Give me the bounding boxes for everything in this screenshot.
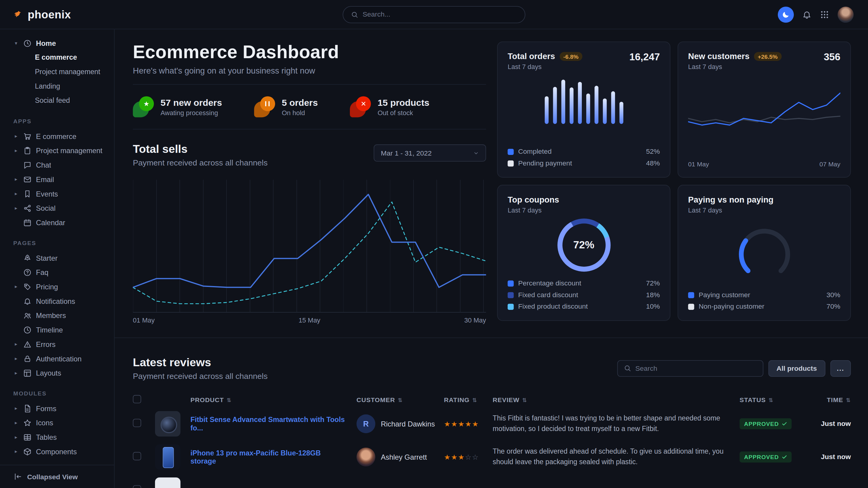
reviews-search[interactable]: [617, 360, 763, 377]
sidebar-item-authentication[interactable]: ▸ Authentication: [0, 352, 114, 366]
phoenix-dashboard: phoenix ▾ Home E commerce: [0, 0, 868, 488]
customer-name: Richard Dawkins: [381, 420, 435, 428]
paying-card: Paying vs non paying Last 7 days: [678, 185, 851, 321]
share-icon: [23, 204, 32, 212]
orders-bar-chart: [507, 77, 660, 124]
sidebar-item-starter[interactable]: Starter: [0, 251, 114, 265]
collapsed-view-toggle[interactable]: Collapsed View: [0, 465, 114, 488]
sidebar-item-members[interactable]: Members: [0, 308, 114, 323]
legend-item: Percentage discount 72%: [507, 279, 660, 288]
sidebar-item-pricing[interactable]: ▸ Pricing: [0, 280, 114, 294]
user-avatar[interactable]: [838, 6, 854, 22]
row-checkbox[interactable]: [133, 419, 142, 427]
sort-icon: ⇅: [769, 397, 773, 403]
help-icon: [23, 268, 32, 276]
global-search-input[interactable]: [363, 10, 517, 19]
new-customers-value: 356: [824, 52, 840, 63]
legend-label: Fixed card discount: [518, 291, 578, 299]
notifications-button[interactable]: [802, 10, 812, 19]
customer-cell: R Richard Dawkins: [356, 415, 444, 433]
sidebar-item-icons[interactable]: ▸ Icons: [0, 415, 114, 430]
brand-logo[interactable]: phoenix: [13, 8, 71, 21]
total-sells-x-axis: 01 May 15 May 30 May: [133, 317, 486, 324]
legend-item: Fixed product discount 10%: [507, 302, 660, 311]
clock-icon: [23, 326, 32, 334]
donut-center-value: 72%: [557, 219, 610, 271]
sidebar-subitem-project-management[interactable]: Project management: [0, 65, 114, 79]
table-header-row: PRODUCT⇅ CUSTOMER⇅ RATING⇅ REVIEW⇅ STATU…: [133, 393, 851, 407]
all-products-button[interactable]: All products: [768, 360, 825, 377]
sidebar-item-home[interactable]: ▾ Home: [0, 36, 114, 50]
product-link[interactable]: Fitbit Sense Advanced Smartwatch with To…: [190, 415, 356, 432]
caret-right-icon: ▸: [13, 449, 19, 454]
kpi-cards-grid: Total orders -6.8% Last 7 days 16,247 Co…: [497, 42, 851, 324]
sort-icon: ⇅: [846, 397, 851, 403]
top-coupons-card: Top coupons Last 7 days 72% Percentage d…: [497, 185, 671, 321]
review-time: Just now: [812, 453, 851, 461]
sidebar-item-forms[interactable]: ▸ Forms: [0, 401, 114, 416]
sidebar-item-social[interactable]: ▸ Social: [0, 201, 114, 215]
column-header-customer[interactable]: CUSTOMER⇅: [356, 397, 444, 403]
sidebar-item-errors[interactable]: ▸ Errors: [0, 337, 114, 352]
sidebar-item-label: Layouts: [36, 369, 61, 377]
sidebar-item-chat[interactable]: Chat: [0, 158, 114, 172]
sidebar-item-events[interactable]: ▸ Events: [0, 187, 114, 201]
column-header-time[interactable]: TIME⇅: [812, 397, 851, 403]
product-image-fitbit[interactable]: [155, 411, 180, 436]
apps-menu-button[interactable]: [820, 10, 829, 19]
sidebar-item-timeline[interactable]: Timeline: [0, 323, 114, 337]
sidebar-item-label: Chat: [36, 161, 51, 169]
x-badge-icon: ✕: [350, 96, 371, 117]
star-empty-icon: ☆: [465, 453, 471, 461]
star-filled-icon: ★: [444, 420, 450, 428]
sidebar-item-layouts[interactable]: ▸ Layouts: [0, 366, 114, 380]
bar: [569, 88, 574, 124]
sort-icon: ⇅: [522, 397, 527, 403]
sidebar-item-faq[interactable]: Faq: [0, 265, 114, 280]
sidebar-item-label: Calendar: [36, 218, 65, 227]
more-options-button[interactable]: ...: [830, 360, 851, 377]
product-link[interactable]: iPhone 13 pro max-Pacific Blue-128GB sto…: [190, 449, 356, 465]
legend-swatch: [507, 149, 514, 155]
column-header-review[interactable]: REVIEW⇅: [493, 397, 740, 403]
bar: [586, 94, 590, 124]
change-badge: +26.5%: [754, 52, 782, 61]
row-checkbox[interactable]: [133, 485, 142, 488]
caret-right-icon: ▸: [13, 191, 19, 196]
column-header-product[interactable]: PRODUCT⇅: [190, 397, 356, 403]
status-badge: APPROVED: [740, 418, 792, 429]
sidebar-subitem-social-feed[interactable]: Social feed: [0, 93, 114, 108]
sidebar-item-project-management[interactable]: ▸ Project management: [0, 143, 114, 158]
select-all-checkbox[interactable]: [133, 395, 142, 403]
column-header-status[interactable]: STATUS⇅: [740, 397, 812, 403]
sidebar-subitem-landing[interactable]: Landing: [0, 79, 114, 93]
sidebar-item-tables[interactable]: ▸ Tables: [0, 430, 114, 444]
search-icon: [624, 365, 631, 372]
sidebar-item-label: Members: [36, 311, 66, 320]
total-sells-chart: [133, 180, 486, 313]
sidebar-item-notifications[interactable]: Notifications: [0, 294, 114, 308]
legend-label: Fixed product discount: [518, 303, 588, 311]
product-image-iphone[interactable]: [155, 444, 180, 469]
gauge-track: [741, 231, 787, 271]
sidebar-item-calendar[interactable]: Calendar: [0, 215, 114, 230]
reviews-search-input[interactable]: [636, 364, 757, 372]
customers-line-chart: [688, 85, 841, 147]
row-checkbox[interactable]: [133, 452, 142, 460]
legend-item: Non-paying customer 70%: [688, 302, 841, 311]
global-search[interactable]: [343, 6, 525, 23]
status-badge: APPROVED: [740, 452, 792, 463]
star-filled-icon: ★: [458, 420, 464, 428]
product-image[interactable]: [155, 478, 180, 488]
sidebar-subitem-e-commerce[interactable]: E commerce: [0, 50, 114, 65]
legend-label: Non-paying customer: [699, 303, 764, 311]
column-header-rating[interactable]: RATING⇅: [444, 397, 493, 403]
date-range-select[interactable]: Mar 1 - 31, 2022: [374, 144, 486, 162]
previous-period-line: [133, 202, 486, 304]
sidebar-item-email[interactable]: ▸ Email: [0, 172, 114, 187]
sidebar-item-e-commerce[interactable]: ▸ E commerce: [0, 129, 114, 143]
x-tick: 15 May: [299, 317, 320, 324]
theme-toggle-button[interactable]: [778, 6, 794, 22]
sidebar-item-components[interactable]: ▸ Components: [0, 444, 114, 459]
review-text: The order was delivered ahead of schedul…: [493, 446, 740, 467]
